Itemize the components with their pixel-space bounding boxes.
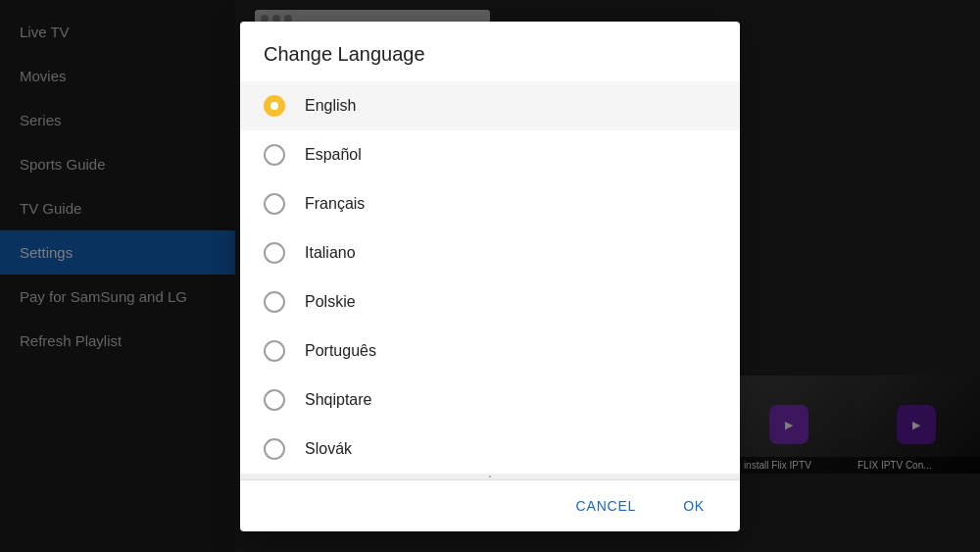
language-option-italiano[interactable]: Italiano [240, 228, 740, 277]
radio-slovak [264, 438, 285, 460]
language-label-shqiptare: Shqiptare [305, 391, 372, 409]
language-label-polskie: Polskie [305, 293, 356, 311]
radio-portugues [264, 340, 285, 362]
cancel-button[interactable]: CANCEL [557, 488, 657, 524]
radio-italiano [264, 242, 285, 264]
language-option-polskie[interactable]: Polskie [240, 277, 740, 326]
language-option-english[interactable]: English [240, 81, 740, 130]
language-list: EnglishEspañolFrançaisItalianoPolskiePor… [240, 81, 740, 474]
language-option-espanol[interactable]: Español [240, 130, 740, 179]
radio-francais [264, 193, 285, 215]
ok-button[interactable]: OK [663, 488, 724, 524]
language-label-espanol: Español [305, 146, 362, 164]
language-option-slovak[interactable]: Slovák [240, 425, 740, 474]
radio-shqiptare [264, 389, 285, 411]
dialog-title: Change Language [240, 22, 740, 81]
language-option-francais[interactable]: Français [240, 179, 740, 228]
language-label-portugues: Português [305, 342, 376, 360]
language-label-francais: Français [305, 195, 365, 213]
language-label-english: English [305, 97, 356, 115]
dialog-actions: CANCEL OK [240, 480, 740, 531]
radio-espanol [264, 144, 285, 166]
language-option-portugues[interactable]: Português [240, 326, 740, 376]
radio-english [264, 95, 285, 117]
language-option-shqiptare[interactable]: Shqiptare [240, 376, 740, 425]
radio-polskie [264, 291, 285, 313]
change-language-dialog: Change Language EnglishEspañolFrançaisIt… [240, 22, 740, 531]
language-label-slovak: Slovák [305, 440, 352, 458]
language-label-italiano: Italiano [305, 244, 356, 262]
